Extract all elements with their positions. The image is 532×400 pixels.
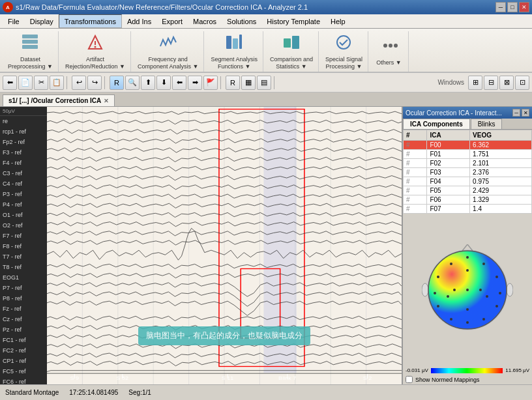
sep-1: [66, 76, 69, 89]
tab-label: s1/ [...] /Ocular Correction ICA: [8, 97, 101, 104]
color-scale: -0.031 μV 11.695 μV: [403, 366, 532, 375]
svg-point-52: [466, 308, 469, 311]
col-veog: VEOG: [470, 130, 532, 141]
tab-ica-components[interactable]: ICA Components: [403, 119, 470, 129]
toolbar-windows-1[interactable]: ⊞: [468, 76, 482, 90]
tooltip-bubble: 脑电图当中，有凸起的成分，也疑似脑电成分: [138, 326, 310, 345]
ch-f7: F7 - ref: [0, 231, 47, 241]
toolbar-btn-4[interactable]: 📋: [50, 76, 64, 90]
menu-macros[interactable]: Macros: [188, 14, 222, 28]
ica-title: Ocular Correction ICA - Interact...: [406, 109, 502, 117]
dataset-label: DatasetPreprocessing ▼: [8, 56, 53, 70]
ribbon-dataset[interactable]: DatasetPreprocessing ▼: [3, 31, 59, 72]
sep-2: [104, 76, 107, 89]
svg-point-39: [466, 256, 469, 259]
close-button[interactable]: ✕: [519, 2, 529, 12]
ica-row-f02[interactable]: # F02 2.101: [404, 159, 532, 168]
windows-label: Windows: [437, 79, 464, 86]
artifact-icon: [86, 33, 104, 55]
menu-solutions[interactable]: Solutions: [222, 14, 261, 28]
minimize-button[interactable]: ─: [495, 2, 506, 12]
ica-row-hash-4: #: [404, 177, 427, 186]
ch-c4: C4 - ref: [0, 179, 47, 189]
toolbar-windows-2[interactable]: ⊟: [484, 76, 498, 90]
toolbar-btn-9[interactable]: ⬆: [141, 76, 155, 90]
menu-bar: File Display Transformations Add Ins Exp…: [0, 14, 532, 29]
eeg-signals[interactable]: S 9 S 52 S 11 Blink 7 S 2 脑电图当中，有凸起的成分，也…: [47, 107, 402, 384]
tab-blinks[interactable]: Blinks: [471, 119, 503, 129]
sep-4: [274, 76, 276, 89]
main-tab[interactable]: s1/ [...] /Ocular Correction ICA ✕: [3, 94, 115, 106]
toolbar-btn-10[interactable]: ⬇: [156, 76, 171, 90]
ribbon-comparison[interactable]: Comparison andStatistics ▼: [265, 31, 319, 72]
window-controls[interactable]: ─ □ ✕: [495, 2, 529, 12]
ica-close[interactable]: ✕: [522, 109, 529, 117]
ica-row-hash-1: #: [404, 150, 427, 159]
maximize-button[interactable]: □: [507, 2, 518, 12]
ch-re: re: [0, 116, 47, 126]
tooltip-text: 脑电图当中，有凸起的成分，也疑似脑电成分: [146, 331, 303, 340]
ica-row-f07[interactable]: # F07 1.4: [404, 205, 532, 214]
ica-row-f03[interactable]: # F03 2.376: [404, 168, 532, 177]
toolbar-btn-13[interactable]: ▦: [241, 76, 256, 90]
montage-label: Standard Montage: [5, 389, 59, 396]
toolbar-btn-3[interactable]: ✂: [34, 76, 48, 90]
ribbon-special[interactable]: Special SignalProcessing ▼: [320, 31, 368, 72]
menu-history[interactable]: History Template: [261, 14, 325, 28]
toolbar-btn-flag[interactable]: 🚩: [203, 76, 218, 90]
show-normed-checkbox[interactable]: [406, 376, 413, 383]
ribbon-segment[interactable]: Segment AnalysisFunctions ▼: [205, 31, 263, 72]
ch-o2: O2 - ref: [0, 220, 47, 231]
ica-row-f00[interactable]: # F00 6.362: [404, 141, 532, 150]
ica-row-veog-7: 1.4: [470, 205, 532, 214]
menu-help[interactable]: Help: [325, 14, 351, 28]
toolbar-btn-14[interactable]: ▤: [257, 76, 271, 90]
menu-transformations[interactable]: Transformations: [59, 14, 122, 28]
toolbar-btn-r2[interactable]: R: [226, 76, 240, 90]
svg-point-12: [389, 44, 392, 48]
head-plot: [403, 214, 532, 366]
toolbar-btn-12[interactable]: ➡: [188, 76, 202, 90]
toolbar-btn-5[interactable]: ↩: [72, 76, 86, 90]
ica-row-f05[interactable]: # F05 2.429: [404, 186, 532, 195]
svg-point-10: [337, 36, 350, 49]
ica-row-veog-6: 1.329: [470, 195, 532, 205]
toolbar-btn-8[interactable]: 🔍: [125, 76, 140, 90]
ica-row-hash-7: #: [404, 205, 427, 214]
menu-addins[interactable]: Add Ins: [122, 14, 156, 28]
ica-minimize[interactable]: ─: [512, 109, 520, 117]
dataset-icon: [21, 33, 39, 55]
ica-row-f01[interactable]: # F01 1.751: [404, 150, 532, 159]
ribbon-frequency[interactable]: Frequency andComponent Analysis ▼: [132, 31, 204, 72]
toolbar-windows-4[interactable]: ⊡: [515, 76, 529, 90]
menu-display[interactable]: Display: [25, 14, 59, 28]
ica-row-f06[interactable]: # F06 1.329: [404, 195, 532, 205]
ribbon-artifact[interactable]: ArtifactRejection/Reduction ▼: [60, 31, 131, 72]
ica-row-f04[interactable]: # F04 0.975: [404, 177, 532, 186]
svg-point-4: [94, 46, 96, 48]
ribbon-others[interactable]: Others ▼: [370, 31, 409, 72]
ica-row-veog-3: 2.376: [470, 168, 532, 177]
tab-close-button[interactable]: ✕: [104, 98, 109, 104]
ch-p3: P3 - ref: [0, 189, 47, 199]
toolbar-btn-2[interactable]: 📄: [18, 76, 33, 90]
eeg-area[interactable]: 50μV re rcp1 - ref Fp2 - ref F3 - ref F4…: [0, 107, 402, 384]
svg-point-54: [486, 295, 488, 298]
toolbar-btn-11[interactable]: ⬅: [172, 76, 186, 90]
svg-point-42: [482, 263, 485, 265]
svg-point-58: [422, 283, 428, 296]
status-bar: Standard Montage 17:25:14.081495 Seg:1/1: [0, 384, 532, 400]
toolbar-btn-7[interactable]: R: [110, 76, 124, 90]
comparison-label: Comparison andStatistics ▼: [270, 56, 313, 70]
toolbar-btn-1[interactable]: ⬅: [3, 76, 17, 90]
toolbar-windows-3[interactable]: ⊠: [499, 76, 514, 90]
svg-point-50: [453, 289, 456, 291]
ch-p4: P4 - ref: [0, 199, 47, 210]
ch-rcp1: rcp1 - ref: [0, 126, 47, 137]
ica-table-container[interactable]: # ICA VEOG # F00 6.362 # F01 1.751 # F02…: [403, 130, 532, 214]
svg-point-13: [394, 44, 398, 48]
menu-export[interactable]: Export: [156, 14, 188, 28]
menu-file[interactable]: File: [3, 14, 25, 28]
artifact-label: ArtifactRejection/Reduction ▼: [65, 56, 125, 70]
toolbar-btn-6[interactable]: ↪: [87, 76, 102, 90]
